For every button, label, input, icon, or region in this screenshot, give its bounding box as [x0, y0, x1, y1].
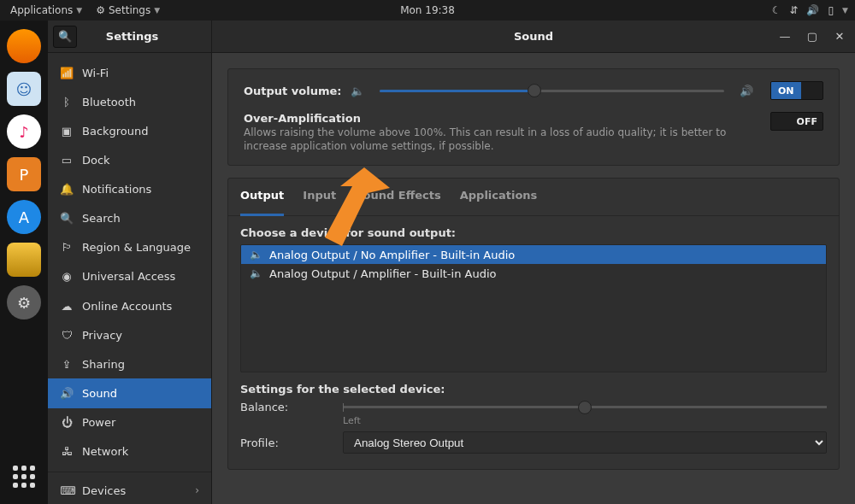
tab-input[interactable]: Input — [303, 185, 336, 208]
chevron-down-icon: ▼ — [842, 6, 848, 15]
output-device-label: Analog Output / No Amplifier - Built-in … — [269, 249, 515, 261]
sidebar-item-label: Sound — [82, 387, 117, 400]
bluetooth-icon: ᛒ — [60, 96, 74, 108]
balance-label: Balance: — [240, 401, 334, 413]
output-device-list: 🔈 Analog Output / No Amplifier - Built-i… — [240, 244, 827, 372]
sidebar-item-label: Sharing — [82, 358, 125, 371]
sidebar-item-label: Bluetooth — [82, 96, 136, 108]
sidebar-item-power[interactable]: ⏻Power — [48, 408, 211, 437]
volume-high-icon: 🔊 — [740, 85, 753, 97]
sidebar-item-label: Background — [82, 125, 149, 138]
night-light-icon: ☾ — [772, 4, 781, 16]
chevron-right-icon: › — [195, 484, 199, 496]
output-volume-slider[interactable] — [380, 90, 725, 92]
top-bar: Applications ▼ ⚙ Settings ▼ Mon 19:38 ☾ … — [0, 0, 855, 21]
sidebar-item-sharing[interactable]: ⇪Sharing — [48, 349, 211, 378]
close-button[interactable]: ✕ — [829, 27, 850, 46]
sidebar-item-label: Wi-Fi — [82, 67, 109, 79]
sidebar-item-search[interactable]: 🔍Search — [48, 204, 211, 233]
devices-icon: ⌨ — [60, 484, 74, 497]
sidebar-item-devices[interactable]: ⌨Devices› — [48, 472, 211, 504]
minimize-button[interactable]: — — [775, 27, 795, 46]
output-volume-label: Output volume: — [244, 85, 342, 97]
applications-menu[interactable]: Applications ▼ — [5, 4, 87, 16]
dock-icon-firefox[interactable] — [7, 29, 41, 63]
dock-icon-files[interactable]: ☺ — [7, 72, 41, 106]
sidebar-item-sound[interactable]: 🔊Sound — [48, 378, 211, 407]
dock-icon-music[interactable]: ♪ — [7, 114, 41, 149]
tab-output[interactable]: Output — [240, 185, 284, 216]
sidebar-item-universal-access[interactable]: ◉Universal Access — [48, 262, 211, 291]
sidebar-item-online-accounts[interactable]: ☁Online Accounts — [48, 291, 211, 320]
sidebar-item-network[interactable]: 🖧Network — [48, 437, 211, 466]
output-device-row[interactable]: 🔈 Analog Output / No Amplifier - Built-i… — [241, 245, 826, 264]
cloud-icon: ☁ — [60, 300, 74, 313]
selected-device-settings-heading: Settings for the selected device: — [240, 383, 827, 396]
tab-applications[interactable]: Applications — [460, 185, 538, 208]
volume-low-icon: 🔈 — [351, 85, 364, 97]
sidebar-item-label: Region & Language — [82, 241, 191, 254]
dock-icon-settings[interactable]: ⚙ — [7, 285, 41, 319]
sidebar-item-bluetooth[interactable]: ᛒBluetooth — [48, 87, 211, 116]
network-icon: ⇵ — [789, 4, 798, 16]
sidebar-title: Settings — [77, 30, 211, 43]
sidebar-item-label: Network — [82, 445, 128, 458]
settings-indicator-icon: ⚙ — [96, 4, 105, 16]
dock-icon-disks[interactable] — [7, 243, 41, 277]
toggle-off-label: OFF — [792, 113, 823, 130]
sidebar-item-label: Search — [82, 212, 121, 225]
sidebar-item-label: Privacy — [82, 329, 122, 342]
background-icon: ▣ — [60, 125, 74, 138]
maximize-button[interactable]: ▢ — [802, 27, 823, 46]
sidebar-item-label: Notifications — [82, 183, 151, 196]
dock: ☺ ♪ P A ⚙ — [0, 21, 48, 504]
sidebar-item-wifi[interactable]: 📶Wi-Fi — [48, 58, 211, 87]
main-panel: Output volume: 🔈 🔊 ON Over-Amplification — [212, 53, 855, 504]
battery-icon: ▯ — [828, 4, 834, 16]
balance-slider[interactable] — [343, 406, 827, 408]
accessibility-icon: ◉ — [60, 270, 74, 283]
sidebar-item-label: Devices — [82, 484, 126, 497]
toggle-on-label: ON — [771, 82, 801, 99]
sidebar-item-region[interactable]: 🏳Region & Language — [48, 233, 211, 262]
dock-icon-presentation[interactable]: P — [7, 157, 41, 191]
search-button[interactable]: 🔍 — [53, 26, 77, 48]
clock[interactable]: Mon 19:38 — [400, 4, 455, 16]
sound-icon: 🔊 — [60, 387, 74, 400]
chevron-down-icon: ▼ — [154, 6, 160, 15]
status-area[interactable]: ☾ ⇵ 🔊 ▯ ▼ — [772, 4, 848, 16]
sidebar-item-dock[interactable]: ▭Dock — [48, 145, 211, 174]
lock-icon: 🛡 — [60, 329, 74, 342]
speaker-icon: 🔈 — [250, 249, 262, 261]
show-applications-button[interactable] — [9, 461, 39, 492]
search-icon: 🔍 — [58, 30, 72, 43]
sidebar: 📶Wi-Fi ᛒBluetooth ▣Background ▭Dock 🔔Not… — [48, 53, 212, 504]
over-amplification-toggle[interactable]: OFF — [770, 112, 823, 131]
profile-select[interactable]: Analog Stereo Output — [343, 431, 827, 454]
current-app-menu[interactable]: ⚙ Settings ▼ — [91, 4, 165, 16]
page-title: Sound — [514, 30, 553, 43]
bell-icon: 🔔 — [60, 183, 74, 196]
wifi-icon: 📶 — [60, 67, 74, 79]
titlebar: 🔍 Settings Sound — ▢ ✕ — [48, 21, 855, 53]
choose-output-device-label: Choose a device for sound output: — [240, 226, 827, 239]
output-volume-toggle[interactable]: ON — [770, 81, 823, 100]
sidebar-item-label: Power — [82, 416, 115, 429]
close-icon: ✕ — [835, 30, 845, 43]
output-volume-panel: Output volume: 🔈 🔊 ON Over-Amplification — [227, 68, 840, 166]
sidebar-item-label: Online Accounts — [82, 300, 172, 313]
sidebar-item-notifications[interactable]: 🔔Notifications — [48, 175, 211, 204]
sidebar-item-label: Dock — [82, 154, 110, 167]
tab-sound-effects[interactable]: Sound Effects — [355, 185, 441, 208]
dock-icon-appstore[interactable]: A — [7, 200, 41, 234]
sidebar-item-privacy[interactable]: 🛡Privacy — [48, 320, 211, 349]
output-device-label: Analog Output / Amplifier - Built-in Aud… — [269, 267, 496, 280]
balance-left-label: Left — [343, 415, 827, 426]
search-icon: 🔍 — [60, 212, 74, 225]
speaker-icon: 🔈 — [250, 267, 262, 279]
minimize-icon: — — [780, 30, 791, 43]
output-device-row[interactable]: 🔈 Analog Output / Amplifier - Built-in A… — [241, 264, 826, 283]
network-icon: 🖧 — [60, 445, 74, 458]
sidebar-item-background[interactable]: ▣Background — [48, 116, 211, 145]
volume-icon: 🔊 — [806, 4, 819, 16]
